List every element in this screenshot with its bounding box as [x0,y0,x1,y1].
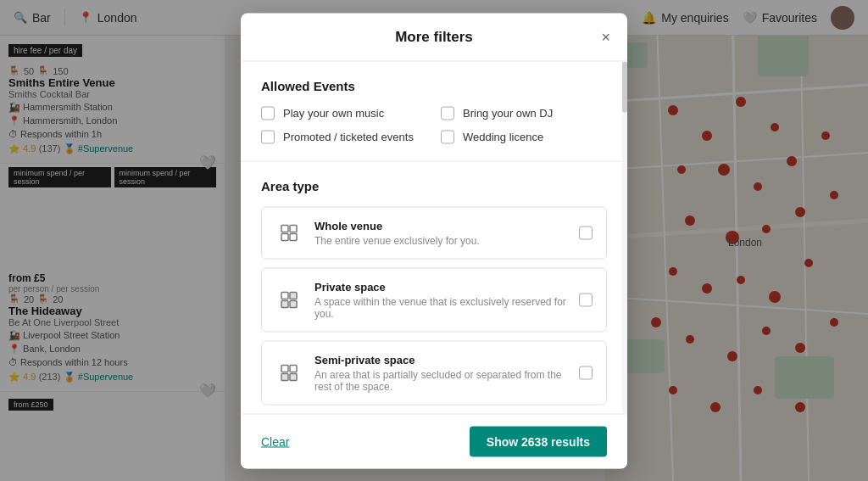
show-results-button[interactable]: Show 2638 results [470,426,607,456]
area-card-private-space[interactable]: Private space A space within the venue t… [261,267,607,332]
checkbox-private-space[interactable] [579,293,593,306]
svg-rect-49 [290,300,297,307]
checkbox-wedding-licence[interactable] [441,130,454,143]
scroll-thumb [622,61,627,112]
semi-private-text: Semi-private space An area that is parti… [314,353,567,392]
allowed-events-grid: Play your own music Bring your own DJ Pr… [261,106,607,143]
whole-venue-name: Whole venue [314,219,567,232]
checkbox-whole-venue[interactable] [579,226,593,239]
area-card-whole-venue[interactable]: Whole venue The entire venue exclusively… [261,206,607,259]
option-promoted-events[interactable]: Promoted / ticketed events [261,130,427,143]
whole-venue-desc: The entire venue exclusively for you. [314,234,567,246]
svg-rect-53 [290,373,297,380]
svg-rect-47 [290,292,297,299]
checkbox-semi-private[interactable] [579,366,593,379]
private-space-text: Private space A space within the venue t… [314,280,567,319]
svg-rect-44 [281,233,288,240]
checkbox-play-own-music[interactable] [261,106,275,120]
semi-private-icon [275,359,303,386]
svg-rect-46 [281,292,288,299]
modal-scroll-container[interactable]: Allowed Events Play your own music Bring… [241,61,627,413]
modal-close-button[interactable]: × [598,25,614,48]
svg-rect-48 [281,300,288,307]
label-play-own-music: Play your own music [283,107,384,120]
checkbox-bring-own-dj[interactable] [441,106,454,120]
svg-rect-50 [281,365,288,372]
option-wedding-licence[interactable]: Wedding licence [441,130,607,143]
private-space-name: Private space [314,280,567,293]
allowed-events-title: Allowed Events [261,78,607,92]
label-promoted-events: Promoted / ticketed events [283,131,414,143]
modal-footer: Clear Show 2638 results [241,413,627,468]
label-bring-own-dj: Bring your own DJ [463,107,553,120]
modal-title: More filters [395,28,473,45]
scroll-track [622,61,627,413]
option-play-own-music[interactable]: Play your own music [261,106,427,120]
svg-rect-51 [290,365,297,372]
semi-private-name: Semi-private space [314,353,567,366]
private-space-icon [275,286,303,313]
svg-rect-45 [290,233,297,240]
whole-venue-text: Whole venue The entire venue exclusively… [314,219,567,246]
svg-rect-43 [290,225,297,232]
more-filters-modal: More filters × Allowed Events Play your … [241,13,627,468]
semi-private-desc: An area that is partially secluded or se… [314,368,567,392]
allowed-events-section: Allowed Events Play your own music Bring… [241,61,627,161]
svg-rect-42 [281,225,288,232]
area-type-title: Area type [261,178,607,193]
clear-button[interactable]: Clear [261,434,289,448]
area-type-section: Area type Whole venue The entire venue e… [241,161,627,413]
checkbox-promoted-events[interactable] [261,130,275,143]
option-bring-own-dj[interactable]: Bring your own DJ [441,106,607,120]
svg-rect-52 [281,373,288,380]
private-space-desc: A space within the venue that is exclusi… [314,295,567,319]
whole-venue-icon [275,219,303,246]
area-card-semi-private[interactable]: Semi-private space An area that is parti… [261,340,607,405]
modal-header: More filters × [241,13,627,61]
label-wedding-licence: Wedding licence [463,131,543,143]
